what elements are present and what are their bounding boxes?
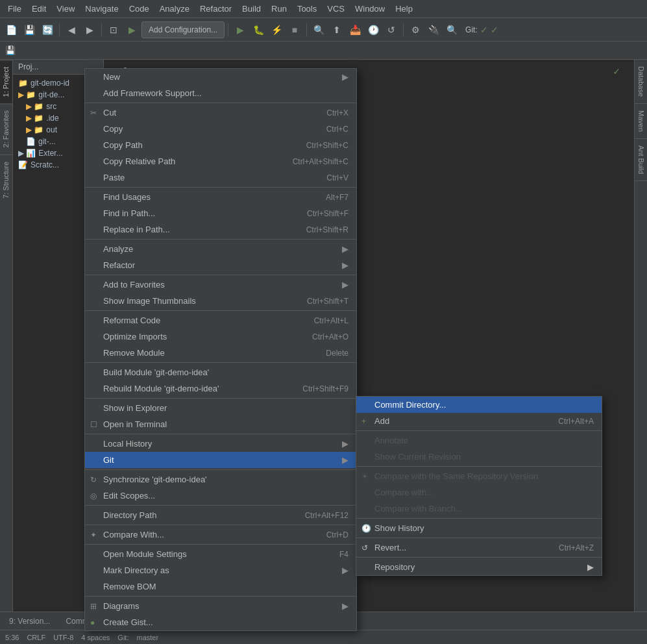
ctx-local-history[interactable]: Local History ▶ [85,436,356,452]
sync-btn[interactable]: 🔄 [39,21,56,38]
bottom-tab-version[interactable]: 9: Version... [3,614,56,628]
ctx-find-usages[interactable]: Find Usages Alt+F7 [85,189,356,205]
ctx-open-in-terminal[interactable]: ☐ Open in Terminal [85,416,356,432]
menu-view[interactable]: View [51,2,80,16]
scopes-icon: ◎ [90,491,97,501]
ctx-add-framework[interactable]: Add Framework Support... [85,85,356,101]
ctx-mark-directory[interactable]: Mark Directory as ▶ [85,562,356,578]
submenu-sep-3 [356,518,602,519]
git-revert[interactable]: ↺ Revert... Ctrl+Alt+Z [356,539,602,556]
ctx-module-settings[interactable]: Open Module Settings F4 [85,546,356,562]
menu-sep-9 [85,469,356,470]
run-btn[interactable]: ▶ [232,21,249,38]
menu-file[interactable]: File [3,2,27,16]
git-show-history[interactable]: 🕐 Show History [356,520,602,536]
submenu-sep-5 [356,557,602,558]
menu-navigate[interactable]: Navigate [80,2,123,16]
debug-btn[interactable]: 🐛 [250,21,267,38]
ctx-git[interactable]: Git ▶ [85,452,356,468]
git-revert-shortcut: Ctrl+Alt+Z [559,543,594,552]
ctx-replace-in-path[interactable]: Replace in Path... Ctrl+Shift+R [85,221,356,238]
back-btn[interactable]: ◀ [63,21,80,38]
forward-btn[interactable]: ▶ [81,21,98,38]
collapse-btn[interactable]: 💾 [3,43,18,58]
ctx-add-framework-label: Add Framework Support... [103,88,202,98]
git-show-current-revision: Show Current Revision [356,449,602,465]
settings-btn[interactable]: ⚙ [407,21,424,38]
ctx-rebuild-module[interactable]: Rebuild Module 'git-demo-idea' Ctrl+Shif… [85,380,356,397]
menu-vcs[interactable]: VCS [322,2,350,16]
history-btn[interactable]: 🕐 [365,21,382,38]
add-configuration-button[interactable]: Add Configuration... [141,21,225,38]
menu-analyze[interactable]: Analyze [154,2,195,16]
status-encoding[interactable]: UTF-8 [53,634,73,641]
update-btn[interactable]: ⬆ [328,21,345,38]
ctx-create-gist[interactable]: ● Create Gist... [85,614,356,630]
ctx-add-favorites[interactable]: Add to Favorites ▶ [85,277,356,293]
git-repository[interactable]: Repository ▶ [356,559,602,575]
ctx-directory-path[interactable]: Directory Path Ctrl+Alt+F12 [85,507,356,523]
ctx-rebuild-shortcut: Ctrl+Shift+F9 [302,384,348,393]
menu-tools[interactable]: Tools [292,2,322,16]
project-icon: 📁 [18,79,28,88]
menu-window[interactable]: Window [350,2,390,16]
sidebar-item-structure[interactable]: 7: Structure [0,155,12,205]
view-btn[interactable]: ⊡ [105,21,122,38]
ctx-compare-with[interactable]: ✦ Compare With... Ctrl+D [85,526,356,543]
ctx-cut[interactable]: ✂ Cut Ctrl+X [85,105,356,121]
status-indent[interactable]: 4 spaces [81,634,110,641]
plugins-btn[interactable]: 🔌 [425,21,442,38]
ctx-copy[interactable]: Copy Ctrl+C [85,121,356,137]
tree-gitdemo-label: git-de... [38,90,64,99]
ctx-show-thumbnails[interactable]: Show Image Thumbnails Ctrl+Shift+T [85,293,356,309]
ctx-diagrams[interactable]: ⊞ Diagrams ▶ [85,598,356,614]
right-tab-ant[interactable]: Ant Build [635,139,647,181]
toolbar-sep-2 [101,23,102,36]
ctx-remove-module[interactable]: Remove Module Delete [85,345,356,361]
ctx-find-in-path[interactable]: Find in Path... Ctrl+Shift+F [85,205,356,221]
run-config-btn[interactable]: ▶ [123,21,140,38]
ctx-new[interactable]: New ▶ [85,69,356,85]
find-btn[interactable]: 🔍 [443,21,460,38]
src-folder-icon: ▶ 📁 [26,102,43,111]
context-menu: New ▶ Add Framework Support... ✂ Cut Ctr… [84,68,357,631]
ctx-refactor[interactable]: Refactor ▶ [85,257,356,273]
ctx-copy-rel-path[interactable]: Copy Relative Path Ctrl+Alt+Shift+C [85,153,356,169]
right-tab-maven[interactable]: Maven [635,104,647,139]
run-coverage-btn[interactable]: ⚡ [268,21,285,38]
status-line-ending[interactable]: CRLF [27,634,45,641]
ctx-build-module[interactable]: Build Module 'git-demo-idea' [85,364,356,380]
menu-code[interactable]: Code [124,2,154,16]
menu-run[interactable]: Run [266,2,292,16]
commit-btn[interactable]: 📥 [347,21,363,38]
menu-refactor[interactable]: Refactor [195,2,237,16]
ctx-reformat[interactable]: Reformat Code Ctrl+Alt+L [85,312,356,328]
ctx-optimize-imports[interactable]: Optimize Imports Ctrl+Alt+O [85,328,356,345]
right-tab-database[interactable]: Database [635,60,647,104]
submenu-sep-1 [356,430,602,431]
menu-edit[interactable]: Edit [27,2,51,16]
git-add[interactable]: + Add Ctrl+Alt+A [356,413,602,429]
ctx-edit-scopes[interactable]: ◎ Edit Scopes... [85,488,356,504]
git-commit-dir[interactable]: Commit Directory... [356,397,602,413]
new-file-btn[interactable]: 📄 [3,21,19,38]
menu-help[interactable]: Help [390,2,418,16]
save-btn[interactable]: 💾 [21,21,38,38]
toolbar-sep-4 [306,23,307,36]
ctx-find-usages-label: Find Usages [103,192,151,202]
ctx-remove-bom[interactable]: Remove BOM [85,578,356,595]
ctx-show-in-explorer[interactable]: Show in Explorer [85,400,356,416]
stop-btn[interactable]: ■ [286,21,303,38]
revert-btn[interactable]: ↺ [383,21,400,38]
project-header-label: Proj... [18,62,38,71]
git-compare-branch: Compare with Branch... [356,501,602,517]
ctx-synchronize[interactable]: ↻ Synchronize 'git-demo-idea' [85,471,356,488]
menu-build[interactable]: Build [237,2,266,16]
search-everywhere-btn[interactable]: 🔍 [310,21,327,38]
ctx-thumbnails-shortcut: Ctrl+Shift+T [307,297,348,306]
ctx-paste[interactable]: Paste Ctrl+V [85,169,356,186]
sidebar-item-favorites[interactable]: 2: Favorites [0,103,12,154]
sidebar-item-project[interactable]: 1: Project [0,60,12,103]
ctx-analyze[interactable]: Analyze ▶ [85,241,356,257]
ctx-copy-path[interactable]: Copy Path Ctrl+Shift+C [85,137,356,153]
